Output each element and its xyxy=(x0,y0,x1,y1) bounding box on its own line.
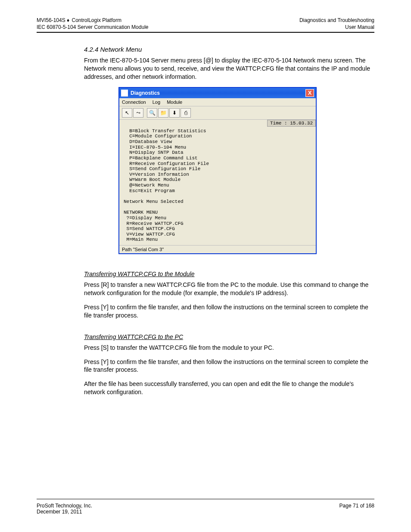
section-title: 4.2.4 Network Menu xyxy=(84,46,374,53)
transfer-pc-p2: Press [Y] to confirm the file transfer, … xyxy=(84,358,374,374)
terminal-area: Time : 15.03.32 B=Block Transfer Statist… xyxy=(119,120,316,245)
print-icon[interactable]: ⎙ xyxy=(181,108,191,118)
terminal-text: B=Block Transfer Statistics C=Module Con… xyxy=(124,128,313,243)
menu-log[interactable]: Log xyxy=(153,100,160,105)
titlebar: Diagnostics X xyxy=(119,88,316,98)
page-footer: ProSoft Technology, Inc. Page 71 of 168 … xyxy=(37,497,374,515)
pointer-icon[interactable]: ↖ xyxy=(122,108,132,118)
header-platform: ControlLogix Platform xyxy=(72,17,121,23)
diagnostics-window-screenshot: Diagnostics X Connection Log Module ↖ ⤳ … xyxy=(118,87,317,254)
header-line-1: MVI56-104S ♦ ControlLogix Platform Diagn… xyxy=(37,17,374,23)
footer-company: ProSoft Technology, Inc. xyxy=(37,503,92,509)
app-icon xyxy=(121,90,128,96)
time-badge: Time : 15.03.32 xyxy=(267,120,316,127)
transfer-module-p1: Press [R] to transfer a new WATTCP.CFG f… xyxy=(84,281,374,297)
window-frame: Diagnostics X Connection Log Module ↖ ⤳ … xyxy=(118,87,317,254)
folder-icon[interactable]: 📁 xyxy=(158,108,168,118)
header-left-1: MVI56-104S ♦ ControlLogix Platform xyxy=(37,17,121,23)
header-line-2: IEC 60870-5-104 Server Communication Mod… xyxy=(37,24,374,30)
diamond-icon: ♦ xyxy=(67,17,69,23)
zoom-icon[interactable]: 🔍 xyxy=(147,108,157,118)
connect-icon[interactable]: ⤳ xyxy=(133,108,143,118)
header-right-1: Diagnostics and Troubleshooting xyxy=(299,17,374,23)
download-icon[interactable]: ⬇ xyxy=(169,108,180,118)
menu-module[interactable]: Module xyxy=(167,100,182,105)
menubar: Connection Log Module xyxy=(119,98,316,106)
transfer-pc-p3: After the file has been successfully tra… xyxy=(84,380,374,396)
footer-rule xyxy=(37,499,374,499)
header-right-2: User Manual xyxy=(345,24,374,30)
footer-page: Page 71 of 168 xyxy=(339,503,374,509)
section-paragraph: From the IEC-870-5-104 Server menu press… xyxy=(84,56,374,81)
header-left-2: IEC 60870-5-104 Server Communication Mod… xyxy=(37,24,148,30)
statusbar: Path "Serial Com 3" xyxy=(119,245,316,253)
window-title: Diagnostics xyxy=(131,90,305,96)
subheading-transfer-to-module: Transferring WATTCP.CFG to the Module xyxy=(84,271,195,277)
transfer-pc-p1: Press [S] to transfer the WATTCP.CFG fil… xyxy=(84,344,374,352)
transfer-module-p2: Press [Y] to confirm the file transfer, … xyxy=(84,303,374,320)
header-rule xyxy=(37,32,374,33)
subheading-transfer-to-pc: Transferring WATTCP.CFG to the PC xyxy=(84,333,183,340)
header-product: MVI56-104S xyxy=(37,17,65,23)
menu-connection[interactable]: Connection xyxy=(122,100,146,105)
footer-date: December 19, 2011 xyxy=(37,509,82,515)
toolbar: ↖ ⤳ 🔍 📁 ⬇ ⎙ xyxy=(119,106,316,120)
close-button[interactable]: X xyxy=(305,89,314,97)
